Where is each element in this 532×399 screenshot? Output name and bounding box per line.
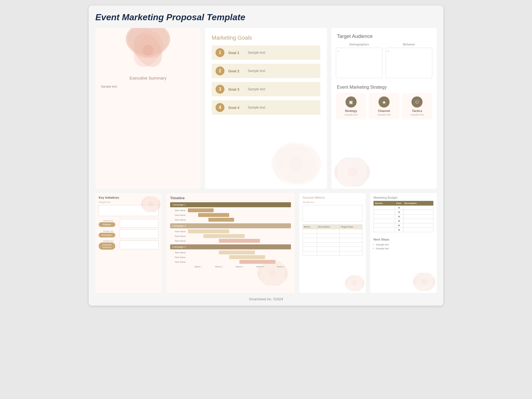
exec-summary-title: Executive Summary xyxy=(95,72,201,83)
gantt-task-label: Task Name xyxy=(170,256,187,259)
target-title: Target Audience xyxy=(331,28,437,43)
budget-title: Marketing Budget xyxy=(370,193,437,201)
budget-service-cell xyxy=(374,223,395,228)
strategy-title: Event Marketing Strategy xyxy=(331,81,437,93)
page-title: Event Marketing Proposal Template xyxy=(95,12,437,22)
demographics-header: Demographics xyxy=(336,43,382,46)
strategy-text: Sample text xyxy=(371,113,397,116)
budget-floral xyxy=(412,271,437,293)
gantt-row: Task Name xyxy=(170,234,291,238)
init-oval-label: Sample text xyxy=(103,240,113,242)
budget-col-header: Service xyxy=(374,201,395,206)
metrics-cell xyxy=(339,229,362,234)
gantt-bar-container xyxy=(188,208,291,212)
metrics-row xyxy=(303,229,362,234)
timeline-card: Timeline Campaign 1Task NameTask NameTas… xyxy=(166,193,295,293)
gantt-row: Task Name xyxy=(170,218,291,222)
behavior-dot: • xyxy=(388,50,389,53)
metrics-row xyxy=(303,234,362,238)
goal-text: Sample text xyxy=(248,69,265,73)
campaign-2-header: Campaign 2 xyxy=(170,223,291,228)
svg-point-22 xyxy=(269,270,277,277)
budget-service-cell xyxy=(374,206,395,210)
goal-item: 1 Goal 1 Sample text xyxy=(212,45,320,60)
budget-service-cell xyxy=(374,210,395,214)
goal-text: Sample text xyxy=(248,106,265,109)
gantt-row: Task Name xyxy=(170,213,291,217)
next-steps-item: Sample text xyxy=(370,243,437,247)
metrics-floral xyxy=(344,273,366,293)
metrics-box xyxy=(303,205,362,222)
budget-cost-cell: $ xyxy=(395,210,403,214)
goal-label: Goal 4 xyxy=(228,106,242,110)
metrics-row xyxy=(303,247,362,251)
metrics-row xyxy=(303,238,362,242)
bottom-row: Key Initiatives Sample text Sample text … xyxy=(95,193,437,293)
goal-number: 4 xyxy=(216,103,224,112)
strategy-card-channel: ◈ Channel Sample text xyxy=(369,93,399,119)
goal-number: 2 xyxy=(216,66,224,75)
budget-row: $ xyxy=(374,206,433,210)
strategy-card-tactics: ⚇ Tactics Sample text xyxy=(402,93,432,119)
metrics-cell xyxy=(303,234,317,238)
gantt-task-label: Task Name xyxy=(170,261,187,263)
goal-label: Goal 2 xyxy=(228,69,242,73)
goal-item: 3 Goal 3 Sample text xyxy=(212,82,320,96)
metrics-cell xyxy=(317,238,339,242)
goal-item: 2 Goal 2 Sample text xyxy=(212,64,320,78)
metrics-row xyxy=(303,251,362,256)
gantt-row: Task Name xyxy=(170,255,291,259)
gantt-task-label: Task Name xyxy=(170,230,187,233)
gantt-bar-container xyxy=(188,239,291,243)
gantt-bar-container xyxy=(188,229,291,233)
strategy-label: Channel xyxy=(371,109,397,112)
budget-col-header: Description xyxy=(403,201,433,206)
budget-cost-cell: $ xyxy=(395,206,403,210)
budget-cost-cell: $ xyxy=(395,223,403,228)
init-oval-label: Sample text xyxy=(103,230,113,232)
init-text-box xyxy=(120,219,158,228)
target-cols: Demographics • Behavior • xyxy=(331,43,437,81)
behavior-box: • xyxy=(386,48,432,78)
budget-service-cell xyxy=(374,219,395,223)
timeline-floral xyxy=(256,260,289,287)
metrics-cell xyxy=(317,251,339,256)
behavior-col: Behavior • xyxy=(386,43,432,78)
budget-cost-cell: $ xyxy=(395,214,403,219)
metrics-title: Success Metrics xyxy=(299,193,366,201)
metrics-cell xyxy=(303,229,317,234)
target-floral xyxy=(331,155,373,189)
init-text-box xyxy=(120,229,158,238)
gantt-bar xyxy=(198,213,229,217)
goal-label: Goal 1 xyxy=(228,51,242,55)
timeline-title: Timeline xyxy=(166,193,295,202)
svg-point-18 xyxy=(148,201,154,207)
budget-desc-cell xyxy=(403,223,433,228)
metrics-cell xyxy=(303,238,317,242)
budget-table: ServiceCostDescription$$$$$$ xyxy=(374,201,433,232)
budget-desc-cell xyxy=(403,214,433,219)
svg-point-5 xyxy=(142,45,154,56)
top-row: Executive Summary Sample text Marketing … xyxy=(95,28,437,189)
metrics-cell xyxy=(303,247,317,251)
init-oval: Description xyxy=(99,233,115,237)
key-initiatives-card: Key Initiatives Sample text Sample text … xyxy=(95,193,162,293)
gantt-row: Task Name xyxy=(170,239,291,243)
metrics-col-header: Metric xyxy=(303,225,317,229)
week-label: Week 3 xyxy=(229,265,250,268)
goal-number: 3 xyxy=(216,85,224,94)
strategy-icon: ▣ xyxy=(346,96,357,108)
demo-dot: • xyxy=(338,50,339,53)
budget-row: $ xyxy=(374,219,433,223)
gantt-bar xyxy=(219,250,255,254)
marketing-goals-card: Marketing Goals 1 Goal 1 Sample text 2 G… xyxy=(205,28,327,189)
budget-row: $ xyxy=(374,228,433,232)
gantt-bar xyxy=(208,218,234,222)
gantt-row: Task Name xyxy=(170,229,291,233)
init-oval: Initiative xyxy=(99,222,115,227)
next-steps-title: Next Steps xyxy=(370,235,437,243)
metrics-cell xyxy=(339,242,362,247)
gantt-task-label: Task Name xyxy=(170,235,187,237)
budget-desc-cell xyxy=(403,228,433,232)
metrics-cell xyxy=(339,247,362,251)
